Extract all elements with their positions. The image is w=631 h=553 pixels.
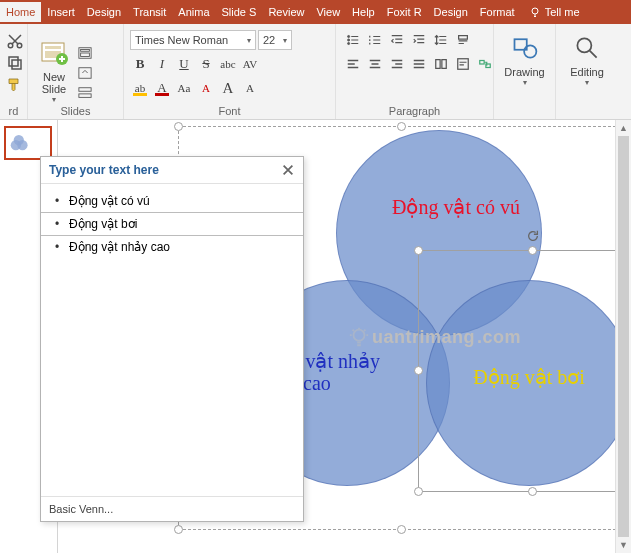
underline-button[interactable]: U — [174, 54, 194, 74]
shrink-font-button[interactable]: A — [240, 78, 260, 98]
smartart-convert-button[interactable] — [474, 54, 496, 74]
text-pane-footer: Basic Venn... — [41, 496, 303, 521]
tab-design[interactable]: Design — [81, 2, 127, 22]
reset-icon[interactable] — [78, 66, 92, 80]
numbering-button[interactable] — [364, 30, 386, 50]
resize-handle[interactable] — [528, 487, 537, 496]
tab-help[interactable]: Help — [346, 2, 381, 22]
chevron-down-icon: ▾ — [585, 78, 589, 87]
rotate-handle[interactable] — [526, 229, 540, 243]
editing-label: Editing — [570, 66, 604, 78]
tab-insert[interactable]: Insert — [41, 2, 81, 22]
tab-transitions[interactable]: Transit — [127, 2, 172, 22]
chevron-down-icon: ▾ — [523, 78, 527, 87]
group-slides: New Slide ▾ Slides — [28, 24, 124, 119]
section-icon[interactable] — [78, 86, 92, 100]
svg-point-15 — [348, 35, 350, 37]
ribbon: rd New Slide ▾ Slides Times New Roman ▾ — [0, 24, 631, 120]
chevron-down-icon: ▾ — [52, 95, 56, 104]
text-shadow-button[interactable]: abc — [218, 54, 238, 74]
char-spacing-button[interactable]: AV — [240, 54, 260, 74]
tab-smartart-design[interactable]: Design — [428, 2, 474, 22]
text-pane-item[interactable]: Động vật bơi — [41, 212, 303, 236]
find-icon — [573, 34, 601, 62]
resize-handle[interactable] — [414, 487, 423, 496]
font-size-select[interactable]: 22 ▾ — [258, 30, 292, 50]
font-size-value: 22 — [263, 34, 275, 46]
resize-handle[interactable] — [174, 122, 183, 131]
group-slides-label: Slides — [32, 104, 119, 117]
clear-format-button[interactable]: A — [196, 78, 216, 98]
resize-handle[interactable] — [528, 246, 537, 255]
svg-rect-18 — [458, 59, 469, 70]
bold-button[interactable]: B — [130, 54, 150, 74]
resize-handle[interactable] — [414, 366, 423, 375]
slide-canvas[interactable]: Type your text here Động vật có vú Động … — [58, 120, 631, 553]
align-text-button[interactable] — [452, 54, 474, 74]
tab-view[interactable]: View — [310, 2, 346, 22]
tab-animations[interactable]: Anima — [172, 2, 215, 22]
strikethrough-button[interactable]: S — [196, 54, 216, 74]
grow-font-button[interactable]: A — [218, 78, 238, 98]
svg-point-17 — [348, 42, 350, 44]
resize-handle[interactable] — [397, 122, 406, 131]
bullets-button[interactable] — [342, 30, 364, 50]
resize-handle[interactable] — [397, 525, 406, 534]
new-slide-label: New Slide — [42, 71, 66, 95]
close-icon[interactable] — [281, 163, 295, 177]
vertical-scrollbar[interactable]: ▲ ▼ — [615, 120, 631, 553]
highlight-button[interactable]: ab — [130, 78, 150, 98]
italic-button[interactable]: I — [152, 54, 172, 74]
columns-button[interactable] — [430, 54, 452, 74]
venn-thumbnail-icon — [10, 134, 32, 152]
tell-me-label: Tell me — [545, 6, 580, 18]
svg-point-26 — [17, 140, 27, 150]
text-direction-button[interactable] — [452, 30, 474, 50]
layout-icon[interactable] — [78, 46, 92, 60]
copy-icon[interactable] — [6, 54, 24, 72]
line-spacing-button[interactable] — [430, 30, 452, 50]
align-center-button[interactable] — [364, 54, 386, 74]
format-painter-icon[interactable] — [6, 76, 24, 94]
indent-increase-button[interactable] — [408, 30, 430, 50]
ribbon-tab-bar: Home Insert Design Transit Anima Slide S… — [0, 0, 631, 24]
text-pane-item[interactable]: Động vật nhảy cao — [41, 236, 303, 258]
new-slide-icon — [38, 37, 70, 69]
group-font-label: Font — [128, 104, 331, 117]
scroll-down-button[interactable]: ▼ — [616, 537, 631, 553]
svg-point-0 — [532, 8, 538, 14]
group-paragraph: Paragraph — [336, 24, 494, 119]
indent-decrease-button[interactable] — [386, 30, 408, 50]
font-family-select[interactable]: Times New Roman ▾ — [130, 30, 256, 50]
align-right-button[interactable] — [386, 54, 408, 74]
text-pane-list: Động vật có vú Động vật bơi Động vật nhả… — [41, 184, 303, 496]
svg-rect-11 — [81, 53, 90, 57]
font-color-button[interactable]: A — [152, 78, 172, 98]
new-slide-button[interactable]: New Slide ▾ — [32, 37, 76, 104]
lightbulb-icon — [529, 6, 541, 18]
scroll-up-button[interactable]: ▲ — [616, 120, 631, 136]
tab-review[interactable]: Review — [262, 2, 310, 22]
workspace: Type your text here Động vật có vú Động … — [0, 120, 631, 553]
scroll-thumb[interactable] — [618, 136, 629, 537]
change-case-button[interactable]: Aa — [174, 78, 194, 98]
resize-handle[interactable] — [414, 246, 423, 255]
tab-format[interactable]: Format — [474, 2, 521, 22]
font-family-value: Times New Roman — [135, 34, 228, 46]
cut-icon[interactable] — [6, 32, 24, 50]
drawing-button[interactable]: Drawing ▾ — [498, 28, 551, 87]
chevron-down-icon: ▾ — [247, 36, 251, 45]
tab-foxit[interactable]: Foxit R — [381, 2, 428, 22]
tab-home[interactable]: Home — [0, 2, 41, 22]
tell-me[interactable]: Tell me — [521, 6, 580, 18]
justify-button[interactable] — [408, 54, 430, 74]
selection-box-inner — [418, 250, 631, 492]
text-pane-item[interactable]: Động vật có vú — [41, 190, 303, 212]
resize-handle[interactable] — [174, 525, 183, 534]
align-left-button[interactable] — [342, 54, 364, 74]
editing-button[interactable]: Editing ▾ — [560, 28, 614, 87]
tab-slideshow[interactable]: Slide S — [216, 2, 263, 22]
slide-thumbnail-1[interactable] — [4, 126, 52, 160]
svg-rect-13 — [79, 88, 91, 92]
svg-rect-14 — [79, 94, 91, 98]
